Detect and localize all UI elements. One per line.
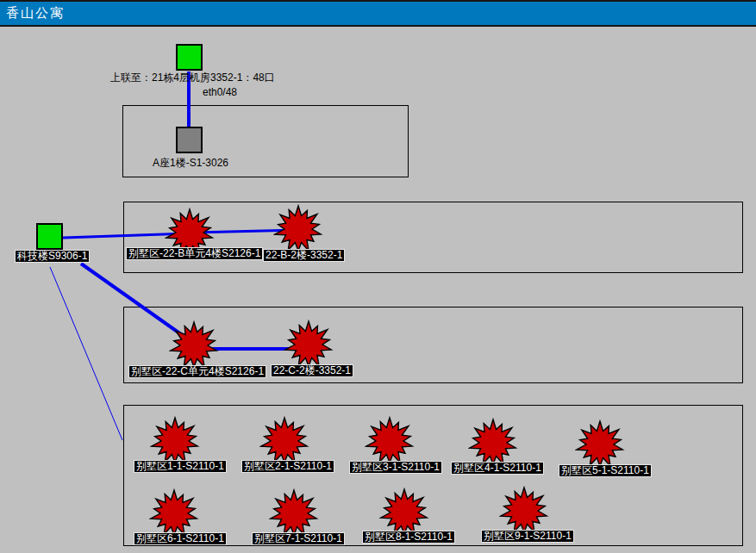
- uplink-caption: 上联至：21栋4层机房3352-1：48口: [110, 72, 275, 84]
- alarm-burst-icon: [499, 486, 549, 536]
- a-switch-caption: A座1楼-S1-3026: [153, 158, 228, 169]
- node-tech-switch[interactable]: [36, 223, 63, 250]
- node-d2[interactable]: [259, 416, 309, 466]
- switch-square-icon: [176, 127, 203, 153]
- alarm-burst-icon: [169, 320, 219, 370]
- node-d2-label[interactable]: 别墅区2-1-S2110-1: [241, 460, 334, 473]
- node-b1-label[interactable]: 别墅区-22-B单元4楼S2126-1: [126, 247, 263, 260]
- alarm-burst-icon: [284, 320, 334, 370]
- alarm-burst-icon: [468, 418, 518, 468]
- node-tech-switch-label[interactable]: 科技楼S9306-1: [15, 250, 90, 263]
- node-uplink-switch[interactable]: [176, 44, 203, 71]
- alarm-burst-icon: [259, 416, 309, 466]
- node-c2-label[interactable]: 22-C-2楼-3352-1: [271, 364, 353, 377]
- node-d7-label[interactable]: 别墅区7-1-S2110-1: [252, 532, 345, 545]
- node-a-switch[interactable]: [176, 127, 203, 153]
- node-c2[interactable]: [284, 320, 334, 370]
- node-d8-label[interactable]: 别墅区8-1-S2110-1: [362, 531, 455, 544]
- node-d5-label[interactable]: 别墅区5-1-S2110-1: [559, 464, 652, 477]
- node-d6-label[interactable]: 别墅区6-1-S2110-1: [134, 532, 227, 545]
- node-d3-label[interactable]: 别墅区3-1-S2110-1: [349, 461, 442, 474]
- node-d9[interactable]: [499, 486, 549, 536]
- alarm-burst-icon: [575, 419, 625, 469]
- node-b2-label[interactable]: 22-B-2楼-3352-1: [263, 249, 345, 262]
- node-d4-label[interactable]: 别墅区4-1-S2110-1: [451, 462, 544, 475]
- switch-square-icon: [36, 223, 63, 250]
- node-d1[interactable]: [150, 416, 200, 466]
- link-tech-d: [50, 267, 122, 440]
- node-d4[interactable]: [468, 418, 518, 468]
- group-box-b: [123, 202, 743, 273]
- node-d9-label[interactable]: 别墅区9-1-S2110-1: [481, 530, 574, 543]
- topology-canvas: 科技楼S9306-1别墅区-22-B单元4楼S2126-122-B-2楼-335…: [0, 0, 756, 553]
- node-c1[interactable]: [169, 320, 219, 370]
- node-d6[interactable]: [149, 488, 199, 538]
- node-d7[interactable]: [269, 488, 319, 538]
- node-d5[interactable]: [575, 419, 625, 469]
- port-caption: eth0/48: [203, 87, 237, 98]
- switch-square-icon: [176, 44, 203, 71]
- alarm-burst-icon: [273, 204, 323, 254]
- alarm-burst-icon: [365, 416, 415, 466]
- node-d3[interactable]: [365, 416, 415, 466]
- node-d1-label[interactable]: 别墅区1-1-S2110-1: [134, 460, 227, 473]
- alarm-burst-icon: [149, 488, 199, 538]
- alarm-burst-icon: [150, 416, 200, 466]
- alarm-burst-icon: [269, 488, 319, 538]
- node-c1-label[interactable]: 别墅区-22-C单元4楼S2126-1: [128, 365, 266, 378]
- node-b2[interactable]: [273, 204, 323, 254]
